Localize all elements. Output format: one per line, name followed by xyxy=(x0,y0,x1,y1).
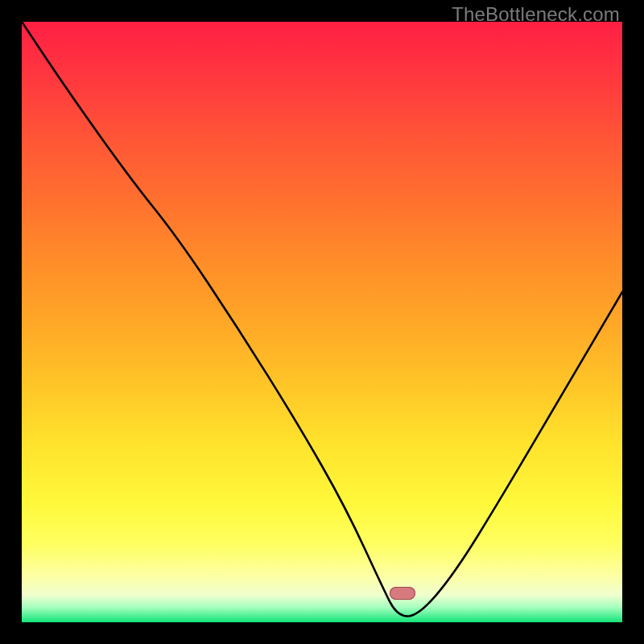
gradient-band xyxy=(22,607,622,622)
optimum-marker xyxy=(390,587,415,600)
gradient-band xyxy=(22,82,622,142)
gradient-background xyxy=(22,22,622,622)
gradient-band xyxy=(22,202,622,262)
chart-stage: TheBottleneck.com xyxy=(0,0,644,644)
gradient-band xyxy=(22,142,622,202)
gradient-band xyxy=(22,574,622,595)
gradient-band xyxy=(22,595,622,607)
gradient-band xyxy=(22,262,622,322)
gradient-band xyxy=(22,544,622,574)
watermark-text: TheBottleneck.com xyxy=(452,3,620,26)
gradient-band xyxy=(22,322,622,382)
plot-area xyxy=(22,22,622,622)
gradient-band xyxy=(22,22,622,82)
gradient-band xyxy=(22,502,622,544)
gradient-band xyxy=(22,382,622,443)
gradient-band xyxy=(22,442,622,502)
